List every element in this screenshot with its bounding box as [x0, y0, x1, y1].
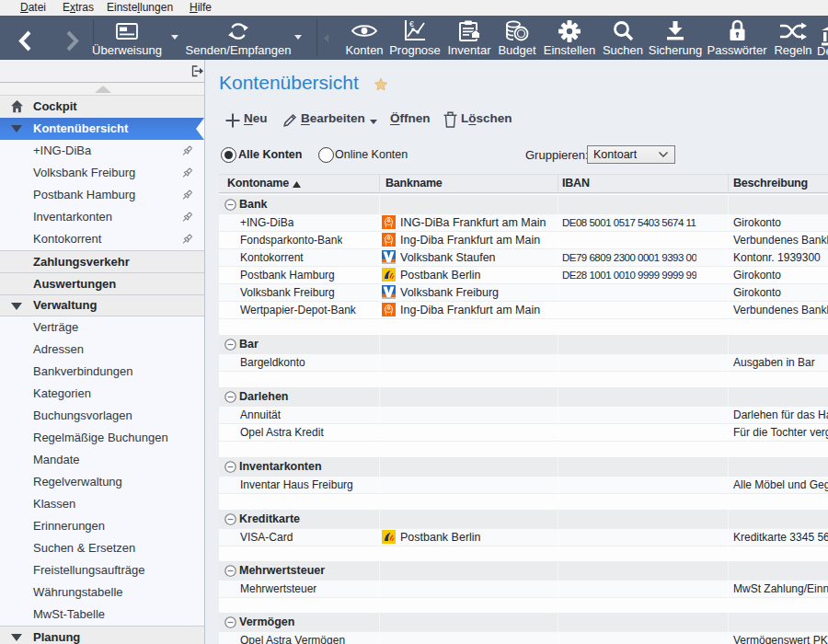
svg-text:€: € — [409, 19, 414, 29]
